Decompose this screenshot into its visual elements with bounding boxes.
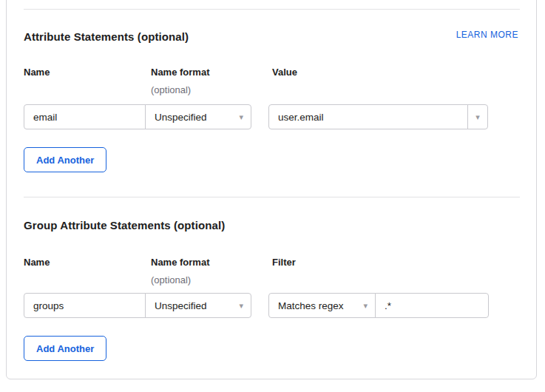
attr-name-format-optional-note: (optional) (151, 84, 191, 95)
group-filter-type-selected-value: Matches regex (278, 300, 344, 311)
chevron-down-icon: ▾ (239, 113, 243, 121)
group-add-another-button[interactable]: Add Another (24, 336, 106, 361)
attribute-statements-title: Attribute Statements (optional) (24, 30, 189, 43)
group-attribute-statements-title: Group Attribute Statements (optional) (24, 219, 225, 232)
attr-value-input[interactable] (268, 104, 468, 129)
learn-more-link[interactable]: LEARN MORE (456, 30, 518, 40)
attr-name-format-selected-value: Unspecified (155, 112, 207, 123)
group-filter-type-select[interactable]: Matches regex ▾ (268, 293, 376, 318)
attr-col-header-name-format: Name format (151, 67, 209, 78)
section-divider-top (24, 9, 520, 10)
group-col-header-filter: Filter (272, 257, 296, 268)
group-filter-value-input[interactable] (375, 293, 489, 318)
group-col-header-name-format: Name format (151, 257, 209, 268)
chevron-down-icon: ▾ (363, 302, 368, 310)
group-name-format-selected-value: Unspecified (155, 300, 207, 311)
saml-settings-card: Attribute Statements (optional) LEARN MO… (6, 0, 537, 379)
chevron-down-icon: ▾ (239, 302, 243, 310)
attr-value-dropdown-button[interactable]: ▾ (467, 104, 488, 129)
group-name-format-select[interactable]: Unspecified ▾ (145, 293, 251, 318)
attr-col-header-name: Name (24, 67, 50, 78)
attr-col-header-value: Value (272, 67, 297, 78)
page: Attribute Statements (optional) LEARN MO… (0, 0, 545, 392)
attr-name-input[interactable] (24, 104, 146, 129)
chevron-down-icon: ▾ (475, 113, 480, 121)
section-divider-middle (24, 197, 520, 197)
group-name-input[interactable] (24, 293, 146, 318)
attr-add-another-button[interactable]: Add Another (24, 147, 106, 172)
group-col-header-name: Name (24, 257, 50, 268)
group-name-format-optional-note: (optional) (151, 274, 191, 285)
attr-name-format-select[interactable]: Unspecified ▾ (145, 104, 251, 129)
